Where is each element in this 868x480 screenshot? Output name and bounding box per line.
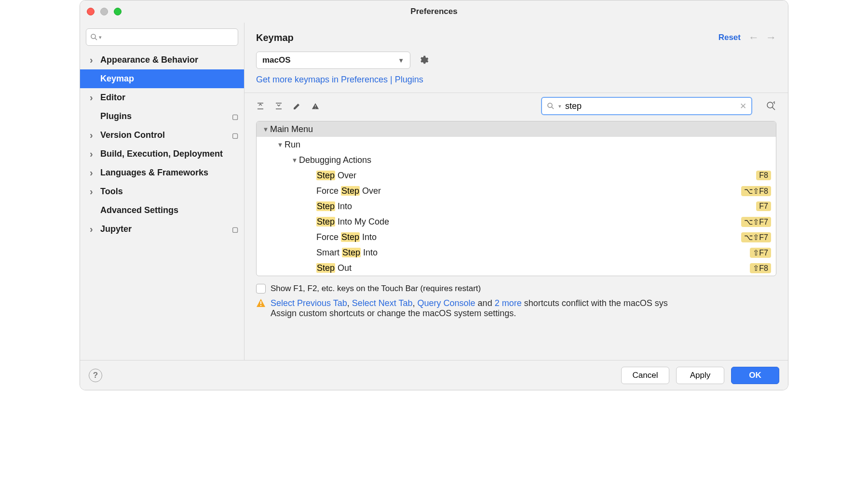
sidebar-item-label: Editor	[100, 93, 238, 103]
body: ▾ ›Appearance & BehaviorKeymap›EditorPlu…	[80, 23, 788, 360]
gear-icon[interactable]	[418, 55, 429, 66]
sidebar-item-label: Keymap	[100, 74, 238, 84]
tree-node-debugging-actions[interactable]: ▼ Debugging Actions	[257, 152, 776, 168]
tree-node-main-menu[interactable]: ▼ Main Menu	[257, 121, 776, 137]
sidebar-item-keymap[interactable]: Keymap	[80, 69, 244, 88]
touchbar-checkbox[interactable]	[256, 284, 266, 293]
chevron-right-icon: ›	[90, 54, 97, 66]
search-icon	[90, 33, 98, 41]
tree-action-row[interactable]: Smart Step Into⇧F7	[257, 245, 776, 260]
chevron-down-icon: ▼	[276, 141, 285, 148]
chevron-down-icon: ▼	[261, 126, 270, 133]
conflict-link[interactable]: 2 more	[495, 298, 522, 308]
shortcut-badge: ⌥⇧F7	[741, 232, 771, 242]
cancel-button[interactable]: Cancel	[621, 367, 669, 384]
tree-action-row[interactable]: Step Into My Code⌥⇧F7	[257, 214, 776, 229]
sidebar-item-build-execution-deployment[interactable]: ›Build, Execution, Deployment	[80, 145, 244, 163]
titlebar: Preferences	[80, 0, 788, 23]
touchbar-option: Show F1, F2, etc. keys on the Touch Bar …	[244, 281, 788, 298]
highlight: Step	[316, 201, 335, 211]
action-label: Force Step Over	[316, 186, 741, 196]
tree-action-row[interactable]: Force Step Into⌥⇧F7	[257, 229, 776, 245]
window-title: Preferences	[80, 7, 788, 16]
sidebar-item-plugins[interactable]: Plugins▢	[80, 107, 244, 126]
sidebar-item-advanced-settings[interactable]: Advanced Settings	[80, 201, 244, 220]
conflict-link[interactable]: Query Console	[418, 298, 475, 308]
sidebar-item-version-control[interactable]: ›Version Control▢	[80, 126, 244, 145]
chevron-down-icon: ▾	[558, 103, 561, 109]
svg-point-0	[91, 34, 95, 39]
tree-action-row[interactable]: Force Step Over⌥⇧F8	[257, 183, 776, 199]
get-more-keymaps-link[interactable]: Get more keymaps in Preferences | Plugin…	[256, 75, 423, 85]
chevron-down-icon: ▼	[290, 157, 299, 164]
conflict-link[interactable]: Select Previous Tab	[271, 298, 347, 308]
chevron-down-icon: ▼	[398, 57, 404, 64]
action-label: Step Out	[316, 263, 750, 273]
page-title: Keymap	[256, 32, 719, 43]
conflict-text: Select Previous Tab, Select Next Tab, Qu…	[271, 298, 668, 319]
sidebar-item-label: Appearance & Behavior	[100, 55, 238, 65]
tree-action-row[interactable]: Step IntoF7	[257, 199, 776, 214]
sidebar-item-label: Build, Execution, Deployment	[100, 149, 238, 159]
action-label: Smart Step Into	[316, 248, 750, 258]
shortcut-badge: ⌥⇧F7	[741, 217, 771, 227]
sidebar-item-appearance-behavior[interactable]: ›Appearance & Behavior	[80, 51, 244, 69]
action-label: Step Over	[316, 171, 756, 181]
warning-icon[interactable]	[311, 102, 320, 110]
tree-action-row[interactable]: Step Out⇧F8	[257, 260, 776, 276]
tree-node-run[interactable]: ▼ Run	[257, 137, 776, 152]
keymap-dropdown-value: macOS	[262, 55, 398, 65]
search-icon	[547, 102, 555, 110]
sidebar-item-label: Plugins	[100, 111, 229, 121]
nav-arrows: ← →	[748, 31, 776, 44]
touchbar-label: Show F1, F2, etc. keys on the Touch Bar …	[271, 284, 481, 293]
sidebar-item-tools[interactable]: ›Tools	[80, 182, 244, 201]
tree-label: Main Menu	[270, 124, 771, 134]
action-search[interactable]: ▾ ✕	[541, 97, 752, 115]
conflict-warning: Select Previous Tab, Select Next Tab, Qu…	[244, 298, 788, 323]
sidebar-item-label: Tools	[100, 187, 238, 197]
sidebar-item-languages-frameworks[interactable]: ›Languages & Frameworks	[80, 163, 244, 182]
reset-link[interactable]: Reset	[719, 33, 741, 42]
footer: ? Cancel Apply OK	[80, 360, 788, 390]
sidebar: ▾ ›Appearance & BehaviorKeymap›EditorPlu…	[80, 23, 244, 360]
sidebar-item-label: Jupyter	[100, 224, 229, 234]
highlight: Step	[341, 232, 360, 242]
back-arrow-icon[interactable]: ←	[748, 31, 759, 44]
ok-button[interactable]: OK	[731, 367, 779, 384]
find-by-shortcut-icon[interactable]	[766, 101, 776, 111]
sidebar-item-jupyter[interactable]: ›Jupyter▢	[80, 220, 244, 239]
action-label: Step Into My Code	[316, 217, 741, 227]
shortcut-badge: F7	[756, 201, 771, 211]
shortcut-badge: ⇧F7	[750, 248, 771, 258]
highlight: Step	[342, 248, 361, 257]
chevron-right-icon: ›	[90, 148, 97, 160]
action-tree: ▼ Main Menu ▼ Run ▼ Debugging Actions St…	[256, 121, 776, 276]
sidebar-item-label: Languages & Frameworks	[100, 168, 238, 178]
svg-line-5	[773, 107, 775, 110]
expand-all-icon[interactable]	[256, 102, 265, 110]
keymap-dropdown[interactable]: macOS ▼	[256, 52, 410, 69]
svg-rect-6	[260, 301, 261, 304]
svg-line-1	[95, 38, 97, 40]
warning-icon	[256, 298, 266, 308]
sidebar-search[interactable]: ▾	[86, 28, 238, 46]
main-panel: Keymap Reset ← → macOS ▼ Get mor	[244, 23, 788, 360]
action-search-input[interactable]	[565, 101, 736, 111]
highlight: Step	[316, 217, 335, 227]
apply-button[interactable]: Apply	[676, 367, 724, 384]
sidebar-item-editor[interactable]: ›Editor	[80, 88, 244, 107]
sidebar-list: ›Appearance & BehaviorKeymap›EditorPlugi…	[80, 51, 244, 360]
clear-icon[interactable]: ✕	[740, 101, 746, 111]
conflict-link[interactable]: Select Next Tab	[352, 298, 413, 308]
action-toolbar: ▾ ✕	[244, 93, 788, 119]
chevron-right-icon: ›	[90, 130, 97, 141]
svg-line-3	[552, 107, 554, 109]
help-button[interactable]: ?	[89, 369, 102, 382]
forward-arrow-icon[interactable]: →	[766, 31, 776, 44]
collapse-all-icon[interactable]	[274, 102, 283, 110]
highlight: Step	[316, 263, 335, 273]
edit-icon[interactable]	[293, 102, 301, 110]
tree-action-row[interactable]: Step OverF8	[257, 168, 776, 183]
sidebar-search-input[interactable]	[105, 33, 234, 41]
